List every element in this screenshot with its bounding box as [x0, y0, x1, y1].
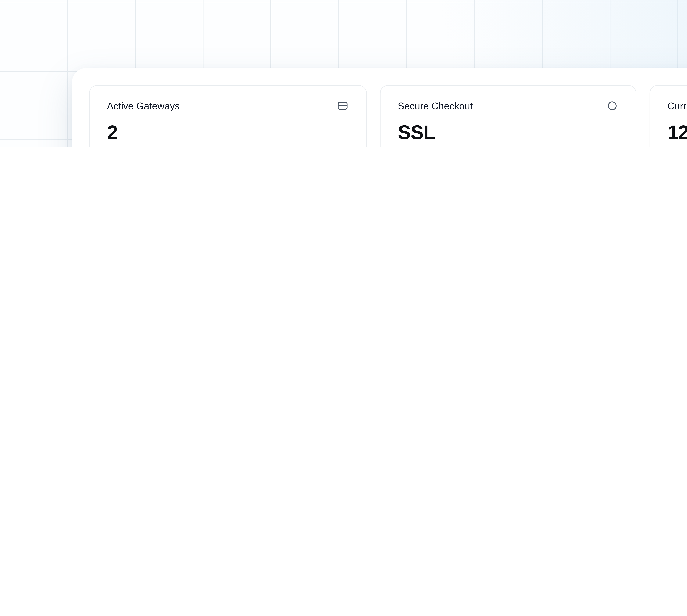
- main-content-card: Active Gateways 2 Payment methods Secure…: [72, 68, 687, 147]
- stat-value: 12: [667, 122, 687, 144]
- credit-card-icon: [336, 100, 349, 112]
- stat-title: Secure Checkout: [398, 101, 473, 112]
- stat-card-currencies: Currencies $ 12 Multi-currency: [650, 85, 687, 147]
- stat-card-secure-checkout: Secure Checkout SSL Encrypted: [380, 85, 636, 147]
- stat-value: 2: [107, 122, 349, 144]
- stat-value: SSL: [398, 122, 619, 144]
- stat-card-active-gateways: Active Gateways 2 Payment methods: [89, 85, 367, 147]
- stat-title: Active Gateways: [107, 101, 180, 112]
- stat-title: Currencies: [667, 101, 687, 112]
- circle-icon: [606, 100, 619, 112]
- payments-dashboard: Active Gateways 2 Payment methods Secure…: [0, 0, 687, 147]
